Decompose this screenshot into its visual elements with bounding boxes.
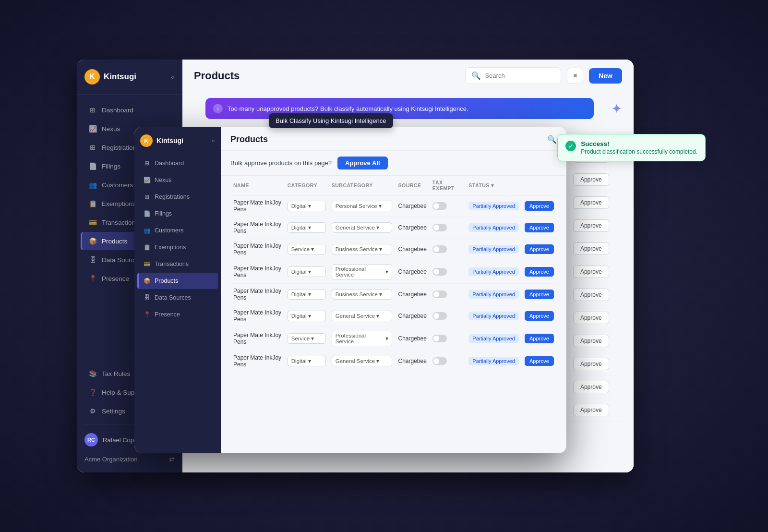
- panel-header: Products 🔍: [221, 127, 566, 151]
- cell-approve[interactable]: Approve: [569, 168, 622, 191]
- back-logo-area: K Kintsugi «: [77, 60, 182, 95]
- back-ai-star[interactable]: ✦: [611, 101, 622, 117]
- panel-page-title: Products: [230, 134, 268, 145]
- cell-approve[interactable]: Approve: [569, 260, 622, 283]
- panel-cell-category[interactable]: Service ▾: [285, 327, 329, 351]
- panel-cell-category[interactable]: Digital ▾: [285, 217, 329, 239]
- cell-approve[interactable]: Approve: [569, 214, 622, 237]
- panel-tax-exempt-toggle: [432, 202, 447, 210]
- panel-search-icon[interactable]: 🔍: [547, 135, 557, 144]
- cell-approve[interactable]: Approve: [569, 399, 622, 422]
- panel-approve-button: Approve: [525, 290, 554, 299]
- panel-approve-button: Approve: [525, 356, 554, 366]
- panel-table-row: Paper Mate InkJoy Pens Digital ▾ General…: [230, 351, 557, 372]
- panel-cell-category[interactable]: Digital ▾: [285, 351, 329, 372]
- back-search-box[interactable]: 🔍: [465, 67, 561, 84]
- panel-cell-name: Paper Mate InkJoy Pens: [230, 351, 285, 372]
- back-banner-icon: i: [213, 104, 223, 113]
- cell-approve[interactable]: Approve: [569, 329, 622, 352]
- panel-cell-taxexempt[interactable]: [430, 305, 466, 327]
- panel-filings-icon: 📄: [143, 210, 151, 218]
- panel-cell-subcategory[interactable]: Business Service ▾: [329, 284, 396, 305]
- panel-nav-registrations[interactable]: ⊞ Registrations: [137, 189, 218, 205]
- panel-products-icon: 📦: [143, 277, 151, 285]
- panel-nav-dashboard[interactable]: ⊞ Dashboard: [137, 155, 218, 171]
- panel-cell-subcategory[interactable]: General Service ▾: [329, 305, 396, 327]
- panel-cell-approve[interactable]: Approve: [522, 327, 557, 351]
- back-filings-icon: 📄: [88, 162, 97, 170]
- panel-nav-presence[interactable]: 📍 Presence: [137, 306, 218, 323]
- cell-approve[interactable]: Approve: [569, 237, 622, 260]
- panel-cell-subcategory[interactable]: Business Service ▾: [329, 239, 396, 260]
- panel-cell-category[interactable]: Digital ▾: [285, 195, 329, 217]
- panel-cell-taxexempt[interactable]: [430, 351, 466, 372]
- back-search-input[interactable]: [485, 72, 555, 79]
- panel-tax-exempt-toggle: [432, 312, 447, 320]
- panel-cell-subcategory[interactable]: Personal Service ▾: [329, 195, 396, 217]
- panel-logo: K Kintsugi «: [134, 127, 221, 155]
- panel-cell-taxexempt[interactable]: [430, 217, 466, 239]
- panel-logo-icon: K: [140, 134, 153, 147]
- panel-cell-category[interactable]: Digital ▾: [285, 284, 329, 305]
- panel-sidebar: K Kintsugi « ⊞ Dashboard 📈 Nexus ⊞ Regis…: [134, 127, 221, 453]
- panel-cell-approve[interactable]: Approve: [522, 195, 557, 217]
- panel-collapse-icon: «: [212, 137, 215, 144]
- panel-cell-taxexempt[interactable]: [430, 327, 466, 351]
- panel-cell-subcategory[interactable]: General Service ▾: [329, 351, 396, 372]
- panel-cell-taxexempt[interactable]: [430, 239, 466, 260]
- panel-nav-nexus[interactable]: 📈 Nexus: [137, 172, 218, 188]
- panel-cell-taxexempt[interactable]: [430, 195, 466, 217]
- panel-cell-name: Paper Mate InkJoy Pens: [230, 239, 285, 260]
- panel-cell-category[interactable]: Digital ▾: [285, 305, 329, 327]
- toast-content: Success! Product classification successf…: [581, 140, 697, 155]
- panel-cell-subcategory[interactable]: General Service ▾: [329, 217, 396, 239]
- toast-message: Product classification successfully comp…: [581, 148, 697, 155]
- back-settings-icon: ⚙: [88, 407, 97, 415]
- panel-nav-transactions[interactable]: 💳 Transactions: [137, 256, 218, 272]
- approve-button: Approve: [573, 312, 609, 324]
- panel-cell-category[interactable]: Digital ▾: [285, 260, 329, 284]
- chevron-down-icon: ▾: [376, 313, 379, 319]
- back-new-button[interactable]: New: [589, 68, 622, 84]
- panel-cell-approve[interactable]: Approve: [522, 305, 557, 327]
- approve-button: Approve: [573, 358, 609, 370]
- panel-cell-approve[interactable]: Approve: [522, 239, 557, 260]
- panel-nav-datasources[interactable]: 🗄 Data Sources: [137, 290, 218, 306]
- back-nav-dashboard: ⊞ Dashboard: [81, 101, 179, 119]
- cell-approve[interactable]: Approve: [569, 283, 622, 306]
- panel-cell-subcategory[interactable]: Professional Service ▾: [329, 327, 396, 351]
- panel-nav-customers[interactable]: 👥 Customers: [137, 222, 218, 239]
- panel-nav-exemptions[interactable]: 📋 Exemptions: [137, 239, 218, 255]
- panel-cell-approve[interactable]: Approve: [522, 284, 557, 305]
- panel-cell-taxexempt[interactable]: [430, 284, 466, 305]
- panel-cell-approve[interactable]: Approve: [522, 260, 557, 284]
- panel-table-row: Paper Mate InkJoy Pens Digital ▾ Persona…: [230, 195, 557, 217]
- panel-nav-products[interactable]: 📦 Products: [137, 273, 218, 289]
- cell-approve[interactable]: Approve: [569, 352, 622, 375]
- panel-col-category: CATEGORY: [285, 176, 329, 195]
- panel-nav-filings[interactable]: 📄 Filings: [137, 206, 218, 222]
- cell-approve[interactable]: Approve: [569, 306, 622, 329]
- cell-approve[interactable]: Approve: [569, 191, 622, 214]
- panel-cell-approve[interactable]: Approve: [522, 217, 557, 239]
- panel-cell-approve[interactable]: Approve: [522, 351, 557, 372]
- panel-cell-status: Partially Approved: [466, 260, 522, 284]
- panel-reg-icon: ⊞: [143, 193, 151, 201]
- cell-approve[interactable]: Approve: [569, 375, 622, 399]
- approve-button: Approve: [573, 404, 609, 416]
- panel-cell-category[interactable]: Service ▾: [285, 239, 329, 260]
- approve-button: Approve: [573, 242, 609, 255]
- chevron-down-icon: ▾: [308, 224, 311, 231]
- bulk-bar-text: Bulk approve products on this page?: [230, 159, 332, 167]
- panel-table-row: Paper Mate InkJoy Pens Digital ▾ Profess…: [230, 260, 557, 284]
- panel-cell-subcategory[interactable]: Professional Service ▾: [329, 260, 396, 284]
- approve-all-button[interactable]: Approve All: [337, 157, 387, 169]
- panel-cell-status: Partially Approved: [466, 284, 522, 305]
- panel-cell-name: Paper Mate InkJoy Pens: [230, 217, 285, 239]
- back-filter-button[interactable]: ≡: [567, 68, 583, 84]
- toast-check-icon: ✓: [565, 141, 576, 151]
- panel-cell-taxexempt[interactable]: [430, 260, 466, 284]
- back-banner-text: Too many unapproved products? Bulk class…: [228, 105, 468, 112]
- panel-col-source: SOURCE: [395, 176, 429, 195]
- panel-tax-exempt-toggle: [432, 224, 447, 231]
